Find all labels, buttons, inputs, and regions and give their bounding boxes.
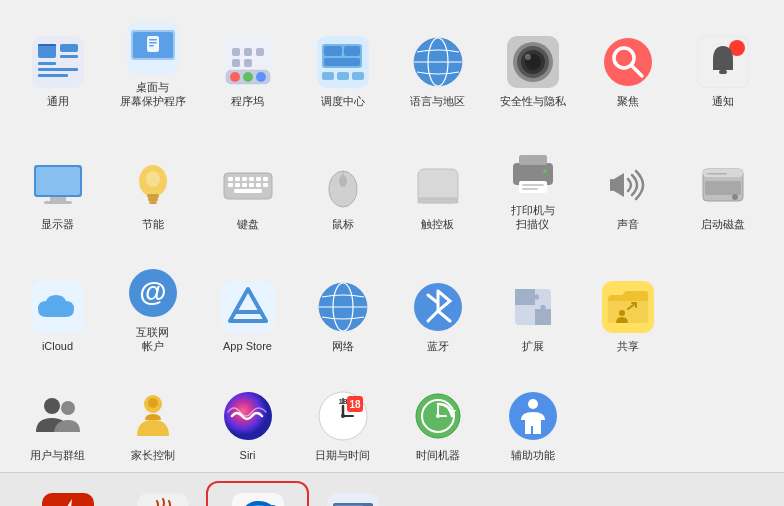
accessibility-label: 辅助功能 xyxy=(511,448,555,462)
svg-rect-69 xyxy=(249,183,254,187)
energy-icon xyxy=(125,157,181,213)
pref-startup[interactable]: 启动磁盘 xyxy=(675,137,770,236)
svg-point-105 xyxy=(44,398,60,414)
pref-security[interactable]: 安全性与隐私 xyxy=(485,14,580,113)
pref-timemachine[interactable]: 时间机器 xyxy=(390,382,485,466)
users-icon xyxy=(30,388,86,444)
pref-internet[interactable]: @ 互联网帐户 xyxy=(105,259,200,358)
svg-rect-4 xyxy=(60,55,78,58)
svg-rect-82 xyxy=(522,184,544,186)
svg-rect-22 xyxy=(256,48,264,56)
pref-mission[interactable]: 调度中心 xyxy=(295,14,390,113)
timemachine-label: 时间机器 xyxy=(416,448,460,462)
network-icon xyxy=(315,279,371,335)
svg-rect-60 xyxy=(228,177,233,181)
svg-rect-86 xyxy=(610,179,614,191)
accessibility-icon xyxy=(505,388,561,444)
language-label: 语言与地区 xyxy=(410,94,465,108)
svg-rect-68 xyxy=(242,183,247,187)
pref-trackpad[interactable]: 触控板 xyxy=(390,137,485,236)
sound-icon xyxy=(600,157,656,213)
desktop-label: 桌面与屏幕保护程序 xyxy=(120,80,186,109)
svg-rect-83 xyxy=(522,188,538,190)
svg-rect-20 xyxy=(232,48,240,56)
pref-spotlight[interactable]: 聚焦 xyxy=(580,14,675,113)
display-icon xyxy=(30,157,86,213)
pref-sound[interactable]: 声音 xyxy=(580,137,675,236)
pref-desktop[interactable]: 桌面与屏幕保护程序 xyxy=(105,14,200,113)
siri-icon xyxy=(220,388,276,444)
notify-icon xyxy=(695,34,751,90)
sharing-icon xyxy=(600,279,656,335)
pref-appstore[interactable]: App Store xyxy=(200,259,295,358)
general-label: 通用 xyxy=(47,94,69,108)
pref-dock[interactable]: 程序坞 xyxy=(200,14,295,113)
pref-parental[interactable]: 家长控制 xyxy=(105,382,200,466)
system-preferences: 通用 桌面与屏幕保护程序 xyxy=(0,0,784,506)
section-system: 用户与群组 家长控制 xyxy=(0,368,784,472)
pref-extensions[interactable]: 扩展 xyxy=(485,259,580,358)
pref-bluetooth[interactable]: 蓝牙 xyxy=(390,259,485,358)
pref-accessibility[interactable]: 辅助功能 xyxy=(485,382,580,466)
security-icon xyxy=(505,34,561,90)
keyboard-label: 键盘 xyxy=(237,217,259,231)
svg-point-19 xyxy=(256,72,266,82)
svg-rect-63 xyxy=(249,177,254,181)
section-thirdparty: Flash Player xyxy=(0,472,784,506)
svg-point-42 xyxy=(525,54,531,60)
svg-rect-2 xyxy=(38,44,56,46)
pref-icloud[interactable]: iCloud xyxy=(10,259,105,358)
icloud-label: iCloud xyxy=(42,339,73,353)
pref-printer[interactable]: 打印机与扫描仪 xyxy=(485,137,580,236)
pref-users[interactable]: 用户与群组 xyxy=(10,382,105,466)
icloud-icon xyxy=(30,279,86,335)
appstore-label: App Store xyxy=(223,339,272,353)
pref-siri[interactable]: Siri xyxy=(200,382,295,466)
svg-point-57 xyxy=(146,171,160,187)
desktop-icon xyxy=(125,20,181,76)
pref-language[interactable]: 语言与地区 xyxy=(390,14,485,113)
svg-point-43 xyxy=(604,38,652,86)
startup-label: 启动磁盘 xyxy=(701,217,745,231)
pref-energy[interactable]: 节能 xyxy=(105,137,200,236)
pref-datetime[interactable]: 18 18 日期与时间 xyxy=(295,382,390,466)
svg-rect-67 xyxy=(235,183,240,187)
pref-ntfs[interactable]: NTFS for Mac xyxy=(305,485,400,506)
svg-rect-6 xyxy=(38,68,78,71)
svg-point-104 xyxy=(619,310,625,316)
pref-mysql[interactable]: MySQL xyxy=(210,485,305,506)
pref-flashplayer[interactable]: Flash Player xyxy=(20,485,115,506)
svg-rect-81 xyxy=(519,181,547,193)
pref-mouse[interactable]: 鼠标 xyxy=(295,137,390,236)
mysql-icon xyxy=(230,491,286,506)
internet-label: 互联网帐户 xyxy=(136,325,169,354)
svg-rect-54 xyxy=(147,194,159,198)
internet-icon: @ xyxy=(125,265,181,321)
trackpad-label: 触控板 xyxy=(421,217,454,231)
svg-rect-72 xyxy=(234,189,262,193)
sharing-label: 共享 xyxy=(617,339,639,353)
extensions-label: 扩展 xyxy=(522,339,544,353)
section-personal: 通用 桌面与屏幕保护程序 xyxy=(0,0,784,123)
mission-label: 调度中心 xyxy=(321,94,365,108)
svg-rect-31 xyxy=(337,72,349,80)
pref-general[interactable]: 通用 xyxy=(10,14,105,113)
svg-rect-29 xyxy=(324,58,360,66)
pref-java[interactable]: Java xyxy=(115,485,210,506)
svg-rect-3 xyxy=(60,44,78,52)
svg-point-90 xyxy=(732,194,738,200)
pref-network[interactable]: 网络 xyxy=(295,259,390,358)
pref-sharing[interactable]: 共享 xyxy=(580,259,675,358)
pref-keyboard[interactable]: 键盘 xyxy=(200,137,295,236)
svg-rect-7 xyxy=(38,74,68,77)
pref-display[interactable]: 显示器 xyxy=(10,137,105,236)
svg-rect-5 xyxy=(38,62,56,65)
svg-rect-11 xyxy=(147,36,159,52)
trackpad-icon xyxy=(410,157,466,213)
svg-rect-24 xyxy=(244,59,252,67)
section-internet: iCloud @ 互联网帐户 xyxy=(0,245,784,368)
sound-label: 声音 xyxy=(617,217,639,231)
pref-notify[interactable]: 通知 xyxy=(675,14,770,113)
svg-rect-23 xyxy=(232,59,240,67)
general-icon xyxy=(30,34,86,90)
